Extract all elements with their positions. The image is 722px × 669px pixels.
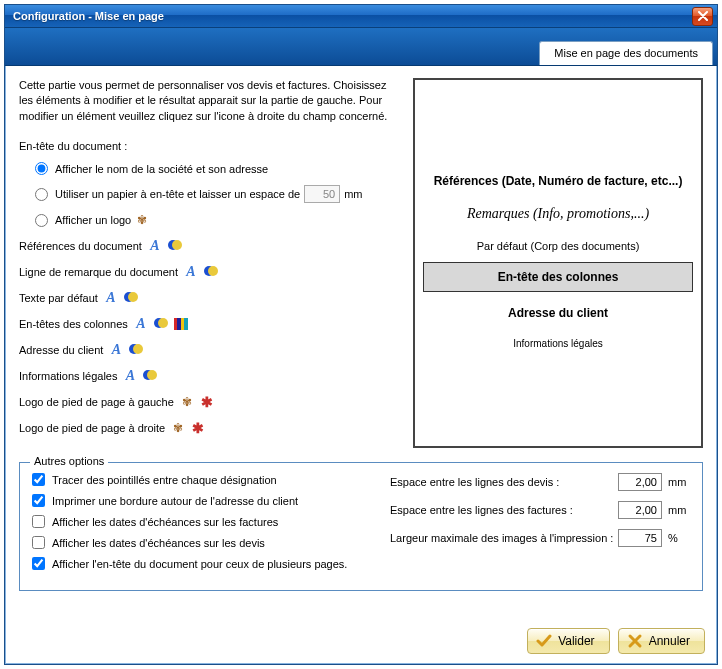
left-column: Cette partie vous permet de personnalise… bbox=[19, 78, 399, 448]
unit-pct: % bbox=[662, 532, 690, 544]
doc-header-label: En-tête du document : bbox=[19, 140, 399, 152]
svg-point-7 bbox=[158, 318, 168, 328]
radio-company-label: Afficher le nom de la société et son adr… bbox=[55, 163, 268, 175]
preview-legal: Informations légales bbox=[423, 338, 693, 349]
spacing-quote-label: Espace entre les lignes des devis : bbox=[390, 476, 618, 488]
window-title: Configuration - Mise en page bbox=[9, 10, 692, 22]
img-width-label: Largeur maximale des images à l'impressi… bbox=[390, 532, 618, 544]
unit-mm: mm bbox=[662, 476, 690, 488]
cancel-button[interactable]: Annuler bbox=[618, 628, 705, 654]
spacing-quote-input[interactable] bbox=[618, 473, 662, 491]
check-icon bbox=[536, 633, 552, 649]
radio-letterhead[interactable] bbox=[35, 188, 48, 201]
close-button[interactable] bbox=[692, 7, 713, 26]
config-window: Configuration - Mise en page Mise en pag… bbox=[4, 4, 718, 665]
butterfly-icon[interactable]: ✾ bbox=[135, 213, 149, 227]
chk-header-multipage-label: Afficher l'en-tête du document pour ceux… bbox=[52, 558, 347, 570]
preview-remarks: Remarques (Info, promotions,...) bbox=[423, 206, 693, 222]
item-references-label: Références du document bbox=[19, 240, 142, 252]
font-icon[interactable]: A bbox=[123, 369, 137, 383]
font-icon[interactable]: A bbox=[134, 317, 148, 331]
item-footer-logo-right-label: Logo de pied de page à droite bbox=[19, 422, 165, 434]
letterhead-space-input bbox=[304, 185, 340, 203]
titlebar: Configuration - Mise en page bbox=[5, 5, 717, 28]
chk-due-invoices-label: Afficher les dates d'échéances sur les f… bbox=[52, 516, 278, 528]
color-icon[interactable] bbox=[204, 265, 218, 279]
cancel-icon bbox=[627, 633, 643, 649]
chk-due-quotes-label: Afficher les dates d'échéances sur les d… bbox=[52, 537, 265, 549]
chk-due-invoices[interactable] bbox=[32, 515, 45, 528]
font-icon[interactable]: A bbox=[104, 291, 118, 305]
other-options-fieldset: Autres options Tracer des pointillés ent… bbox=[19, 462, 703, 591]
validate-label: Valider bbox=[558, 634, 594, 648]
tab-page-layout[interactable]: Mise en page des documents bbox=[539, 41, 713, 65]
intro-text: Cette partie vous permet de personnalise… bbox=[19, 78, 399, 124]
preview-references: Références (Date, Numéro de facture, etc… bbox=[423, 174, 693, 188]
color-icon[interactable] bbox=[129, 343, 143, 357]
radio-logo[interactable] bbox=[35, 214, 48, 227]
radio-company[interactable] bbox=[35, 162, 48, 175]
chk-header-multipage[interactable] bbox=[32, 557, 45, 570]
font-icon[interactable]: A bbox=[148, 239, 162, 253]
color-icon[interactable] bbox=[143, 369, 157, 383]
column-colors-icon[interactable] bbox=[174, 317, 188, 331]
spacing-invoice-input[interactable] bbox=[618, 501, 662, 519]
chk-dotted-label: Tracer des pointillés entre chaque désig… bbox=[52, 474, 277, 486]
chk-dotted[interactable] bbox=[32, 473, 45, 486]
font-icon[interactable]: A bbox=[184, 265, 198, 279]
preview-client-addr: Adresse du client bbox=[423, 306, 693, 320]
item-footer-logo-left-label: Logo de pied de page à gauche bbox=[19, 396, 174, 408]
radio-letterhead-label: Utiliser un papier à en-tête et laisser … bbox=[55, 188, 300, 200]
color-icon[interactable] bbox=[124, 291, 138, 305]
svg-point-11 bbox=[147, 370, 157, 380]
delete-icon[interactable]: ✱ bbox=[191, 421, 205, 435]
close-icon bbox=[698, 11, 708, 21]
butterfly-icon[interactable]: ✾ bbox=[180, 395, 194, 409]
item-client-addr-label: Adresse du client bbox=[19, 344, 103, 356]
cancel-label: Annuler bbox=[649, 634, 690, 648]
spacing-invoice-label: Espace entre les lignes des factures : bbox=[390, 504, 618, 516]
svg-point-3 bbox=[208, 266, 218, 276]
dialog-footer: Valider Annuler bbox=[527, 628, 705, 654]
validate-button[interactable]: Valider bbox=[527, 628, 609, 654]
preview-default-body: Par défaut (Corp des documents) bbox=[423, 240, 693, 252]
header-band: Mise en page des documents bbox=[5, 28, 717, 66]
svg-point-9 bbox=[133, 344, 143, 354]
letterhead-space-unit: mm bbox=[344, 188, 362, 200]
preview-col-header: En-tête des colonnes bbox=[423, 262, 693, 292]
delete-icon[interactable]: ✱ bbox=[200, 395, 214, 409]
color-icon[interactable] bbox=[154, 317, 168, 331]
chk-border[interactable] bbox=[32, 494, 45, 507]
chk-due-quotes[interactable] bbox=[32, 536, 45, 549]
svg-point-5 bbox=[128, 292, 138, 302]
other-options-legend: Autres options bbox=[30, 455, 108, 467]
unit-mm: mm bbox=[662, 504, 690, 516]
document-preview: Références (Date, Numéro de facture, etc… bbox=[413, 78, 703, 448]
font-icon[interactable]: A bbox=[109, 343, 123, 357]
radio-logo-label: Afficher un logo bbox=[55, 214, 131, 226]
item-legal-label: Informations légales bbox=[19, 370, 117, 382]
item-remark-label: Ligne de remarque du document bbox=[19, 266, 178, 278]
item-col-headers-label: En-têtes des colonnes bbox=[19, 318, 128, 330]
item-default-text-label: Texte par défaut bbox=[19, 292, 98, 304]
chk-border-label: Imprimer une bordure autour de l'adresse… bbox=[52, 495, 298, 507]
svg-point-1 bbox=[172, 240, 182, 250]
img-width-input[interactable] bbox=[618, 529, 662, 547]
color-icon[interactable] bbox=[168, 239, 182, 253]
butterfly-icon[interactable]: ✾ bbox=[171, 421, 185, 435]
content-area: Cette partie vous permet de personnalise… bbox=[5, 66, 717, 664]
